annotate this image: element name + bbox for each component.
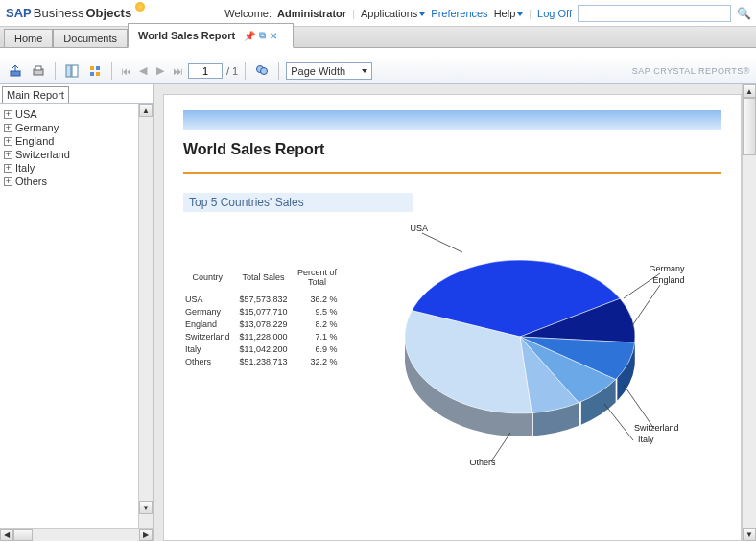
scroll-up-icon[interactable]: ▲ xyxy=(743,84,756,98)
scroll-left-icon[interactable]: ◀ xyxy=(0,529,13,541)
col-sales: Total Sales xyxy=(240,266,295,293)
content-pane: World Sales Report Top 5 Countries' Sale… xyxy=(154,84,756,541)
tabstrip: Home Documents World Sales Report 📌 ⧉ ✕ xyxy=(0,27,756,48)
scroll-down-icon[interactable]: ▼ xyxy=(743,528,756,541)
logo-business: Business xyxy=(34,6,84,20)
export-button[interactable] xyxy=(6,61,25,81)
expand-icon[interactable]: + xyxy=(4,110,12,119)
svg-rect-0 xyxy=(11,71,20,76)
tree-item[interactable]: +Others xyxy=(4,175,134,188)
first-page-button[interactable]: ⏮ xyxy=(119,63,132,79)
logo: SAP BusinessObjects xyxy=(6,6,145,20)
applications-menu[interactable]: Applications xyxy=(361,8,425,19)
page-input[interactable] xyxy=(188,63,223,79)
report-divider xyxy=(183,172,721,174)
tab-actions: 📌 ⧉ ✕ xyxy=(238,27,283,44)
scroll-right-icon[interactable]: ▶ xyxy=(139,529,153,541)
sidebar-h-scrollbar[interactable]: ◀ ▶ xyxy=(0,528,153,541)
tree-item[interactable]: +Germany xyxy=(4,121,134,134)
pie-label-italy: Italy xyxy=(638,435,654,444)
tab-report[interactable]: World Sales Report 📌 ⧉ ✕ xyxy=(128,23,294,48)
last-page-button[interactable]: ⏭ xyxy=(171,63,184,79)
logo-objects: Objects xyxy=(85,6,131,20)
data-table: Country Total Sales Percent of Total USA… xyxy=(183,264,347,369)
zoom-select[interactable]: Page Width xyxy=(286,62,372,80)
report-title: World Sales Report xyxy=(183,141,721,158)
chevron-down-icon xyxy=(362,69,367,73)
expand-icon[interactable]: + xyxy=(4,151,12,159)
svg-rect-8 xyxy=(96,72,100,76)
data-table-wrap: Country Total Sales Percent of Total USA… xyxy=(183,225,347,475)
svg-rect-4 xyxy=(72,65,78,77)
scroll-thumb[interactable] xyxy=(13,529,33,541)
report-subtitle: Top 5 Countries' Sales xyxy=(183,193,413,212)
caret-down-icon xyxy=(517,12,523,16)
tree-item[interactable]: +Switzerland xyxy=(4,148,134,161)
scroll-track[interactable] xyxy=(33,529,139,541)
new-window-icon[interactable]: ⧉ xyxy=(259,30,266,41)
scroll-up-icon[interactable]: ▲ xyxy=(139,104,153,117)
tab-report-label: World Sales Report xyxy=(138,30,235,41)
page-total: / 1 xyxy=(226,65,238,77)
sidebar-tab-main[interactable]: Main Report xyxy=(2,86,69,103)
preferences-link[interactable]: Preferences xyxy=(431,8,487,19)
table-row: Italy$11,042,2006.9 % xyxy=(185,344,345,355)
tab-home[interactable]: Home xyxy=(4,29,53,47)
search-input[interactable] xyxy=(578,5,731,22)
chart-row: Country Total Sales Percent of Total USA… xyxy=(183,225,721,475)
table-row: Germany$15,077,7109.5 % xyxy=(185,307,345,318)
expand-icon[interactable]: + xyxy=(4,164,12,173)
tree-item[interactable]: +Italy xyxy=(4,161,134,175)
pie-chart: USA Germany England Switzerland Italy Ot… xyxy=(357,225,683,475)
scroll-down-icon[interactable]: ▼ xyxy=(139,501,153,514)
sep: | xyxy=(352,8,355,19)
expand-icon[interactable]: + xyxy=(4,124,12,132)
search-icon[interactable]: 🔍 xyxy=(737,7,750,20)
col-country: Country xyxy=(185,266,238,293)
pie-label-germany: Germany xyxy=(650,264,685,273)
brand-text: SAP CRYSTAL REPORTS® xyxy=(632,66,750,76)
toolbar-sep xyxy=(55,62,56,80)
svg-point-10 xyxy=(261,67,268,74)
params-button[interactable] xyxy=(85,61,105,81)
table-row: Switzerland$11,228,0007.1 % xyxy=(185,332,345,342)
tree-item[interactable]: +England xyxy=(4,134,134,148)
toolbar-sep xyxy=(111,62,112,80)
welcome-user: Administrator xyxy=(277,8,346,19)
report-banner xyxy=(183,110,721,130)
prev-page-button[interactable]: ◀ xyxy=(136,63,150,79)
expand-icon[interactable]: + xyxy=(4,137,12,146)
sidebar: Main Report +USA +Germany +England +Swit… xyxy=(0,84,154,541)
pie-label-others: Others xyxy=(470,458,496,467)
table-row: USA$57,573,83236.2 % xyxy=(185,295,345,305)
pin-icon[interactable]: 📌 xyxy=(244,31,255,41)
pie-label-switz: Switzerland xyxy=(634,423,679,433)
find-button[interactable] xyxy=(252,61,272,81)
expand-icon[interactable]: + xyxy=(4,177,12,186)
pie-label-usa: USA xyxy=(411,224,429,233)
toolbar-sep xyxy=(278,62,279,80)
report-canvas: World Sales Report Top 5 Countries' Sale… xyxy=(163,94,742,541)
group-tree: +USA +Germany +England +Switzerland +Ita… xyxy=(0,104,138,528)
tree-toggle-button[interactable] xyxy=(62,61,82,81)
tree-item[interactable]: +USA xyxy=(4,107,134,121)
tab-documents[interactable]: Documents xyxy=(53,29,128,47)
svg-rect-6 xyxy=(96,66,100,70)
welcome-prefix: Welcome: xyxy=(224,8,272,19)
print-button[interactable] xyxy=(29,61,48,81)
scroll-thumb[interactable] xyxy=(743,98,756,155)
report-toolbar: ⏮ ◀ ▶ ⏭ / 1 Page Width SAP CRYSTAL REPOR… xyxy=(0,58,756,84)
col-pct: Percent of Total xyxy=(297,266,345,293)
table-row: Others$51,238,71332.2 % xyxy=(185,357,345,367)
svg-rect-2 xyxy=(35,66,41,70)
content-v-scrollbar[interactable]: ▲ ▼ xyxy=(742,84,756,541)
help-menu[interactable]: Help xyxy=(494,8,524,19)
pie-label-england: England xyxy=(653,275,685,285)
sidebar-v-scrollbar[interactable]: ▲ ▼ xyxy=(138,104,153,528)
report-area: World Sales Report Top 5 Countries' Sale… xyxy=(154,84,756,541)
logoff-link[interactable]: Log Off xyxy=(537,8,572,19)
close-icon[interactable]: ✕ xyxy=(270,31,277,41)
next-page-button[interactable]: ▶ xyxy=(154,63,167,79)
header-right: Welcome: Administrator | Applications Pr… xyxy=(224,5,750,22)
app-header: SAP BusinessObjects Welcome: Administrat… xyxy=(0,0,756,27)
